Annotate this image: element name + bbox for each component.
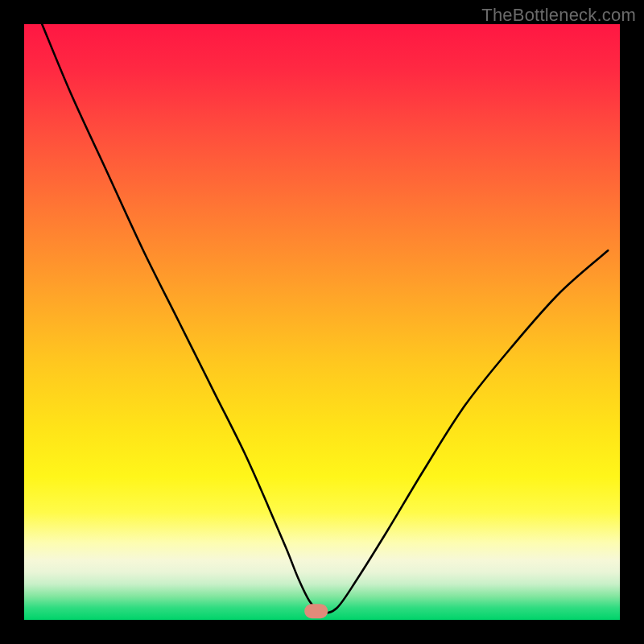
chart-frame: TheBottleneck.com (0, 0, 644, 644)
bottleneck-curve (24, 24, 620, 620)
optimum-marker (304, 604, 328, 618)
watermark-text: TheBottleneck.com (481, 5, 636, 26)
plot-area (24, 24, 620, 620)
